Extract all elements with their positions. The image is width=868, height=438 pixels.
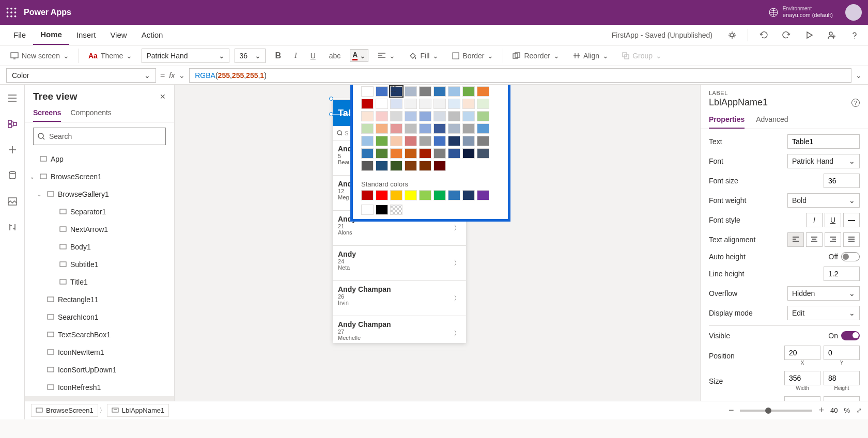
chevron-right-icon[interactable]: 〉 <box>454 259 461 268</box>
insert-icon[interactable] <box>4 142 21 158</box>
color-swatch[interactable] <box>448 111 460 121</box>
redo-icon[interactable] <box>779 28 794 42</box>
environment-picker[interactable]: Environment enayu.com (default) <box>783 6 833 19</box>
color-swatch[interactable] <box>448 136 460 146</box>
tab-advanced[interactable]: Advanced <box>756 111 788 129</box>
color-swatch[interactable] <box>376 148 388 159</box>
tree-node[interactable]: ⌄BrowseScreen1 <box>25 168 174 185</box>
color-swatch[interactable] <box>477 111 489 121</box>
align-center[interactable] <box>806 232 823 247</box>
data-icon[interactable] <box>4 167 21 184</box>
color-swatch[interactable] <box>433 161 446 171</box>
italic-toggle[interactable]: I <box>806 213 823 227</box>
color-swatch[interactable] <box>376 86 388 97</box>
gallery-row[interactable]: Andy Champan26Irvin〉 <box>333 281 466 316</box>
chevron-right-icon[interactable]: 〉 <box>454 294 461 303</box>
color-swatch[interactable] <box>405 123 417 134</box>
prop-over-select[interactable]: Hidden⌄ <box>787 286 860 301</box>
tree-node[interactable]: NextArrow1 <box>25 221 174 238</box>
underline-button[interactable]: U <box>306 50 320 62</box>
color-swatch[interactable] <box>462 148 475 159</box>
color-swatch[interactable] <box>376 190 388 200</box>
tree-node[interactable]: TextSearchBox1 <box>25 326 174 343</box>
menu-action[interactable]: Action <box>134 25 171 45</box>
color-swatch[interactable] <box>405 190 417 200</box>
color-swatch[interactable] <box>433 86 446 97</box>
color-swatch[interactable] <box>390 86 402 97</box>
user-avatar[interactable] <box>845 4 862 21</box>
chevron-down-icon[interactable]: ⌄ <box>856 71 862 80</box>
color-swatch[interactable] <box>361 111 374 121</box>
hamburger-icon[interactable] <box>4 90 21 106</box>
color-swatch[interactable] <box>361 123 374 134</box>
color-swatch[interactable] <box>390 205 402 215</box>
help-icon[interactable] <box>847 28 862 42</box>
tree-node[interactable]: Separator1 <box>25 203 174 221</box>
color-swatch[interactable] <box>462 99 475 109</box>
zoom-out-icon[interactable]: − <box>729 405 734 416</box>
text-align-button[interactable]: ⌄ <box>374 50 399 62</box>
tree-search-input[interactable]: Search <box>33 128 166 145</box>
align-left[interactable] <box>787 232 804 247</box>
color-swatch[interactable] <box>433 123 446 134</box>
color-swatch[interactable] <box>448 190 460 200</box>
bold-button[interactable]: B <box>271 49 285 62</box>
tree-node[interactable]: Subtitle1 <box>25 256 174 273</box>
font-color-button[interactable]: A ⌄ <box>350 49 368 62</box>
color-swatch[interactable] <box>376 161 388 171</box>
color-swatch[interactable] <box>419 123 431 134</box>
theme-button[interactable]: Aa Theme ⌄ <box>84 50 136 62</box>
color-swatch[interactable] <box>419 86 431 97</box>
color-swatch[interactable] <box>462 136 475 146</box>
color-swatch[interactable] <box>376 136 388 146</box>
formula-input[interactable]: RGBA(255, 255, 255, 1) <box>189 68 851 83</box>
tree-node[interactable]: Title1 <box>25 273 174 291</box>
font-size-select[interactable]: 36⌄ <box>235 49 266 63</box>
undo-icon[interactable] <box>756 28 771 42</box>
color-swatch[interactable] <box>433 99 446 109</box>
tree-view-icon[interactable] <box>4 116 21 132</box>
color-swatch[interactable] <box>477 190 489 200</box>
strike-button[interactable]: abc <box>325 50 345 62</box>
color-swatch[interactable] <box>405 111 417 121</box>
color-swatch[interactable] <box>462 86 475 97</box>
underline-toggle[interactable]: U <box>825 213 841 227</box>
color-swatch[interactable] <box>390 99 402 109</box>
visible-toggle[interactable] <box>841 331 860 340</box>
color-swatch[interactable] <box>361 99 374 109</box>
color-swatch[interactable] <box>390 111 402 121</box>
color-swatch[interactable] <box>419 148 431 159</box>
close-icon[interactable]: ✕ <box>160 92 166 101</box>
tree-node[interactable]: App <box>25 150 174 168</box>
color-swatch[interactable] <box>405 148 417 159</box>
height-input[interactable] <box>824 371 860 385</box>
tree-node[interactable]: IconSortUpDown1 <box>25 361 174 379</box>
color-swatch[interactable] <box>477 86 489 97</box>
prop-size-input[interactable] <box>824 174 860 188</box>
pos-x-input[interactable] <box>784 346 820 360</box>
color-swatch[interactable] <box>448 123 460 134</box>
color-swatch[interactable] <box>390 148 402 159</box>
tree-node[interactable]: SearchIcon1 <box>25 308 174 326</box>
prop-disp-select[interactable]: Edit⌄ <box>787 306 860 320</box>
info-icon[interactable]: ? <box>851 99 860 107</box>
strike-toggle[interactable]: — <box>843 213 860 227</box>
color-swatch[interactable] <box>419 111 431 121</box>
color-swatch[interactable] <box>448 99 460 109</box>
color-swatch[interactable] <box>462 111 475 121</box>
tab-screens[interactable]: Screens <box>33 104 61 122</box>
property-select[interactable]: Color ⌄ <box>6 68 156 83</box>
chevron-right-icon[interactable]: 〉 <box>454 224 461 233</box>
color-swatch[interactable] <box>405 86 417 97</box>
color-swatch[interactable] <box>462 190 475 200</box>
font-select[interactable]: Patrick Hand⌄ <box>142 49 229 63</box>
tree-node[interactable]: IconNewItem1 <box>25 343 174 361</box>
prop-font-select[interactable]: Patrick Hand⌄ <box>787 154 860 168</box>
variables-icon[interactable] <box>4 219 21 236</box>
color-swatch[interactable] <box>361 205 374 215</box>
pos-y-input[interactable] <box>824 346 860 360</box>
tree-node[interactable]: Body1 <box>25 238 174 256</box>
color-swatch[interactable] <box>376 205 388 215</box>
auto-height-toggle[interactable] <box>841 252 860 261</box>
color-swatch[interactable] <box>405 161 417 171</box>
